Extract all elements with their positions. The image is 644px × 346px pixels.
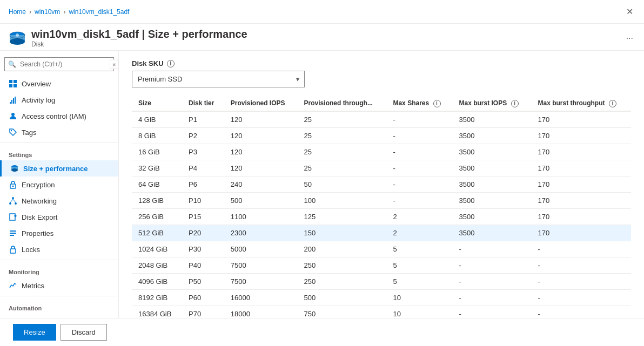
table-row[interactable]: 8192 GiB P60 16000 500 10 - - [132, 289, 631, 306]
max-shares-info-icon[interactable]: i [433, 100, 441, 107]
cell-burst-iops: 3500 [453, 176, 532, 192]
sidebar-item-activity-log[interactable]: Activity log [0, 92, 118, 108]
cell-max-shares: - [386, 160, 452, 176]
encryption-icon [9, 180, 17, 189]
table-row[interactable]: 32 GiB P4 120 25 - 3500 170 [132, 160, 631, 176]
svg-point-21 [9, 202, 11, 205]
sidebar-item-label: Tags [22, 128, 36, 137]
sidebar-item-networking[interactable]: Networking [0, 193, 118, 209]
sidebar-item-encryption[interactable]: Encryption [0, 177, 118, 193]
svg-point-22 [15, 202, 17, 205]
table-row[interactable]: 16384 GiB P70 18000 750 10 - - [132, 306, 631, 318]
svg-point-20 [12, 197, 14, 199]
cell-size: 128 GiB [132, 192, 182, 208]
burst-throughput-info-icon[interactable]: i [609, 100, 616, 107]
sidebar-item-label: Overview [22, 80, 51, 88]
sidebar-item-iam[interactable]: Access control (IAM) [0, 108, 118, 124]
disk-sku-select-wrap: Premium SSD Standard SSD Standard HDD Ul… [132, 71, 305, 87]
table-row[interactable]: 64 GiB P6 240 50 - 3500 170 [132, 176, 631, 192]
cell-burst-throughput: - [532, 306, 632, 318]
sidebar: 🔍 « Overview Activity log [0, 51, 119, 318]
table-row[interactable]: 256 GiB P15 1100 125 2 3500 170 [132, 208, 631, 225]
breadcrumb-disk[interactable]: win10vm_disk1_5adf [69, 8, 129, 16]
search-input[interactable] [4, 57, 114, 71]
cell-tier: P4 [182, 160, 224, 176]
disk-sku-info-icon[interactable]: i [167, 60, 175, 67]
cell-max-shares: 10 [386, 289, 452, 306]
cell-max-shares: 10 [386, 306, 452, 318]
cell-throughput: 25 [298, 127, 387, 144]
svg-line-23 [10, 199, 13, 202]
svg-rect-30 [10, 249, 16, 253]
table-row[interactable]: 4096 GiB P50 7500 250 5 - - [132, 273, 631, 289]
cell-burst-iops: 3500 [453, 144, 532, 160]
collapse-button[interactable]: « [110, 60, 118, 69]
table-row[interactable]: 128 GiB P10 500 100 - 3500 170 [132, 192, 631, 208]
svg-point-4 [16, 33, 19, 37]
table-row[interactable]: 512 GiB P20 2300 150 2 3500 170 [132, 225, 631, 241]
sidebar-item-label: Properties [22, 229, 53, 238]
cell-size: 16384 GiB [132, 306, 182, 318]
close-button[interactable]: ✕ [624, 4, 635, 19]
disk-export-icon [9, 213, 17, 221]
cell-burst-iops: - [453, 273, 532, 289]
cell-burst-iops: 3500 [453, 160, 532, 176]
sidebar-item-label: Disk Export [22, 213, 57, 221]
discard-button[interactable]: Discard [61, 324, 107, 341]
cell-max-shares: - [386, 127, 452, 144]
cell-tier: P2 [182, 127, 224, 144]
cell-iops: 18000 [224, 306, 298, 318]
sidebar-item-locks[interactable]: Locks [0, 241, 118, 257]
size-icon [10, 164, 19, 173]
cell-max-shares: - [386, 111, 452, 128]
sidebar-item-overview[interactable]: Overview [0, 76, 118, 92]
nav-divider-2 [0, 260, 118, 260]
cell-tier: P30 [182, 241, 224, 257]
cell-throughput: 250 [298, 257, 387, 273]
resize-button[interactable]: Resize [13, 324, 56, 341]
search-icon: 🔍 [8, 60, 16, 68]
cell-iops: 120 [224, 144, 298, 160]
automation-section-label: Automation [0, 298, 118, 314]
cell-throughput: 100 [298, 192, 387, 208]
cell-tier: P6 [182, 176, 224, 192]
sidebar-item-properties[interactable]: Properties [0, 225, 118, 241]
table-row[interactable]: 8 GiB P2 120 25 - 3500 170 [132, 127, 631, 144]
burst-iops-info-icon[interactable]: i [511, 100, 519, 107]
cell-throughput: 25 [298, 144, 387, 160]
table-row[interactable]: 16 GiB P3 120 25 - 3500 170 [132, 144, 631, 160]
cell-max-shares: 2 [386, 208, 452, 225]
svg-point-14 [11, 130, 12, 131]
sidebar-item-tasks[interactable]: Tasks (preview) [0, 314, 118, 318]
svg-point-2 [10, 38, 25, 45]
cell-throughput: 150 [298, 225, 387, 241]
cell-size: 512 GiB [132, 225, 182, 241]
cell-size: 16 GiB [132, 144, 182, 160]
breadcrumb-home[interactable]: Home [9, 8, 26, 16]
cell-iops: 7500 [224, 257, 298, 273]
disk-sku-select[interactable]: Premium SSD Standard SSD Standard HDD Ul… [132, 71, 305, 87]
cell-size: 1024 GiB [132, 241, 182, 257]
cell-burst-throughput: 170 [532, 111, 632, 128]
sidebar-item-size-performance[interactable]: Size + performance [0, 160, 118, 177]
table-row[interactable]: 4 GiB P1 120 25 - 3500 170 [132, 111, 631, 128]
cell-size: 8192 GiB [132, 289, 182, 306]
header-title-group: win10vm_disk1_5adf | Size + performance … [31, 28, 247, 48]
cell-max-shares: - [386, 192, 452, 208]
header-left: win10vm_disk1_5adf | Size + performance … [9, 28, 247, 48]
table-row[interactable]: 2048 GiB P40 7500 250 5 - - [132, 257, 631, 273]
svg-rect-9 [10, 102, 11, 104]
table-row[interactable]: 1024 GiB P30 5000 200 5 - - [132, 241, 631, 257]
page-title: win10vm_disk1_5adf | Size + performance [31, 28, 247, 40]
more-options-button[interactable]: ··· [624, 31, 635, 45]
cell-burst-throughput: - [532, 289, 632, 306]
disk-sku-label: Disk SKU i [132, 59, 631, 67]
cell-burst-iops: 3500 [453, 208, 532, 225]
sidebar-item-tags[interactable]: Tags [0, 124, 118, 140]
page-header: win10vm_disk1_5adf | Size + performance … [0, 24, 644, 51]
sidebar-item-metrics[interactable]: Metrics [0, 277, 118, 294]
cell-burst-throughput: - [532, 257, 632, 273]
breadcrumb-vm[interactable]: win10vm [35, 8, 60, 16]
cell-burst-throughput: 170 [532, 176, 632, 192]
sidebar-item-disk-export[interactable]: Disk Export [0, 209, 118, 225]
